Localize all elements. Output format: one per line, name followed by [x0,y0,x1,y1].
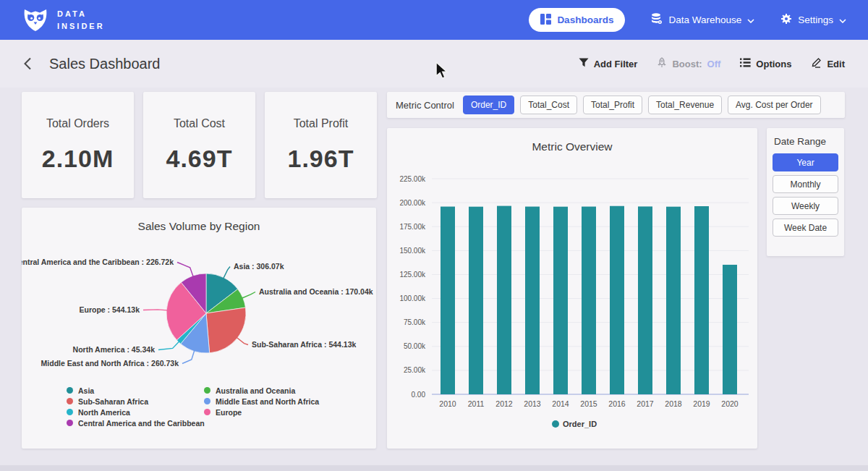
kpi-label: Total Profit [294,117,349,130]
boost-toggle[interactable]: Boost: Off [657,57,720,70]
date-range-option-weekly[interactable]: Weekly [773,197,838,215]
add-filter-label: Add Filter [594,59,638,69]
date-range-label: Date Range [774,136,838,147]
svg-text:150.00k: 150.00k [399,247,426,255]
pie-legend-item[interactable]: Europe [204,407,319,417]
kpi-value: 4.69T [166,145,233,173]
bottom-scrollbar-track[interactable] [0,465,868,471]
edit-button[interactable]: Edit [811,57,845,70]
pie-legend-item[interactable]: Middle East and North Africa [204,396,319,407]
kpi-label: Total Cost [174,117,225,130]
bar-2012[interactable] [497,206,511,394]
pie-chart-title: Sales Volume by Region [22,220,376,233]
database-icon [651,13,663,27]
date-range-option-week-date[interactable]: Week Date [773,218,838,237]
svg-text:2019: 2019 [693,399,710,408]
dashboards-button[interactable]: Dashboards [529,8,625,32]
bar-2010[interactable] [441,207,455,394]
legend-label: Sub-Saharan Africa [78,397,148,406]
metric-overview-bar-chart[interactable]: 0.0025.00k50.00k75.00k100.00k125.00k150.… [387,128,757,449]
legend-label-order-id: Order_ID [563,420,597,428]
legend-label: Asia [78,386,94,395]
svg-text:2010: 2010 [439,399,456,408]
pie-callout-label: Middle East and North Africa : 260.73k [41,359,179,368]
date-range-buttons: YearMonthlyWeeklyWeek Date [773,153,838,237]
bar-2016[interactable] [610,206,624,394]
boost-label: Boost: [672,59,702,69]
rocket-icon [657,57,667,70]
pie-legend-item[interactable]: North America [67,407,205,417]
page-header: Sales Dashboard Add Filter Boost: Off [0,40,868,88]
bar-2014[interactable] [553,207,568,394]
date-range-card: Date Range YearMonthlyWeeklyWeek Date [767,128,844,256]
kpi-card-total-profit: Total Profit 1.96T [265,92,377,198]
legend-label: Middle East and North Africa [216,397,319,406]
legend-dot [204,398,210,404]
metric-option-total-revenue[interactable]: Total_Revenue [648,96,722,114]
svg-text:75.00k: 75.00k [404,318,426,326]
back-button[interactable] [23,57,32,70]
edit-label: Edit [827,59,845,69]
add-filter-button[interactable]: Add Filter [579,58,638,69]
owl-logo-icon [22,5,49,35]
boost-value: Off [707,59,721,69]
legend-label: Europe [216,408,242,417]
metric-option-total-cost[interactable]: Total_Cost [520,96,577,114]
metric-option-total-profit[interactable]: Total_Profit [583,96,642,114]
bar-2017[interactable] [638,206,652,394]
gear-icon [780,13,792,27]
legend-dot [67,420,73,426]
legend-dot [67,409,73,415]
pie-legend-item[interactable]: Sub-Saharan Africa [67,396,205,407]
data-warehouse-menu[interactable]: Data Warehouse [651,13,754,27]
pie-slice-sub-saharan-africa[interactable] [206,307,246,353]
legend-dot [204,409,210,415]
bar-2013[interactable] [525,207,540,394]
date-range-option-year[interactable]: Year [773,153,838,171]
svg-text:2016: 2016 [608,399,626,408]
kpi-label: Total Orders [46,117,109,130]
svg-text:0.00: 0.00 [412,391,426,399]
svg-text:25.00k: 25.00k [404,366,426,374]
pie-callout-label: Europe : 544.13k [80,305,140,314]
filter-funnel-icon [579,58,589,69]
dashboards-label: Dashboards [557,14,613,25]
brand[interactable]: DATA INSIDER [22,5,105,35]
options-button[interactable]: Options [740,58,791,69]
settings-menu[interactable]: Settings [780,13,846,27]
bar-2011[interactable] [469,207,483,394]
svg-text:2011: 2011 [468,399,485,408]
pie-callout-label: Sub-Saharan Africa : 544.13k [252,340,356,349]
svg-text:175.00k: 175.00k [399,223,426,231]
kpi-value: 2.10M [42,145,114,173]
pie-legend-item[interactable]: Asia [67,385,205,396]
kpi-value: 1.96T [288,145,354,173]
pie-legend-item[interactable]: Australia and Oceania [204,385,319,396]
svg-text:50.00k: 50.00k [404,342,426,350]
date-range-option-monthly[interactable]: Monthly [773,175,838,193]
bar-2018[interactable] [666,207,681,394]
legend-label: Central America and the Caribbean [78,419,205,428]
pie-legend-item[interactable]: Central America and the Caribbean [67,417,205,428]
bar-2015[interactable] [582,207,596,394]
metric-option-order-id[interactable]: Order_ID [463,96,514,114]
svg-text:2015: 2015 [580,399,597,408]
svg-text:2017: 2017 [637,399,654,408]
legend-dot [67,398,73,404]
svg-text:200.00k: 200.00k [399,199,426,207]
metric-overview-card: Metric Overview 0.0025.00k50.00k75.00k10… [387,128,757,449]
chevron-down-icon [747,14,754,25]
svg-text:2012: 2012 [495,399,513,408]
svg-text:2013: 2013 [524,399,541,408]
options-label: Options [756,59,791,69]
bar-2020[interactable] [723,265,737,394]
metric-control-buttons: Order_IDTotal_CostTotal_ProfitTotal_Reve… [463,96,821,114]
legend-label: North America [78,408,130,417]
bar-2019[interactable] [694,206,709,394]
brand-text: DATA INSIDER [57,8,105,32]
list-options-icon [740,58,751,69]
pie-chart-card: Sales Volume by Region Asia : 306.07kAus… [22,208,376,449]
svg-text:2018: 2018 [665,399,682,408]
chevron-down-icon [839,14,846,25]
metric-option-avg-cost-per-order[interactable]: Avg. Cost per Order [728,96,821,114]
